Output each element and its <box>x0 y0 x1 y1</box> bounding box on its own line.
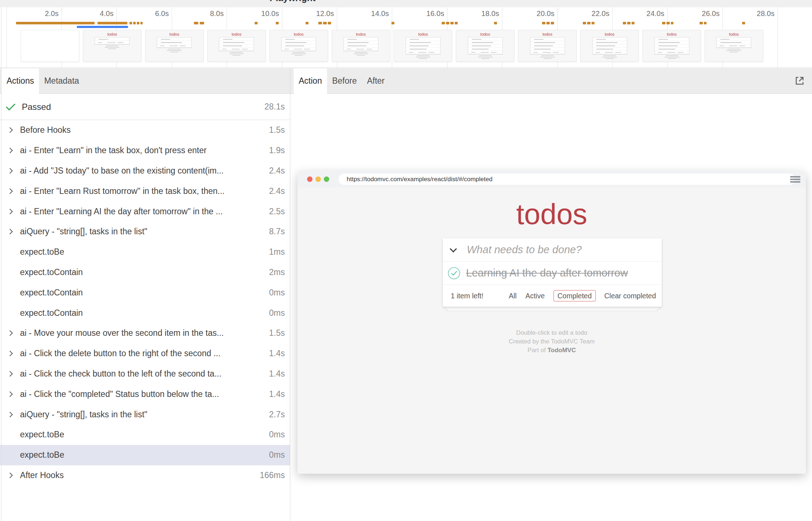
thumbnail-todos-title: todos <box>518 32 576 36</box>
action-row[interactable]: Before Hooks1.5s <box>0 120 290 140</box>
thumbnail-mini-card <box>219 37 254 51</box>
filmstrip-thumbnail[interactable]: todos <box>83 30 142 62</box>
test-status-row[interactable]: Passed 28.1s <box>0 94 290 120</box>
filmstrip-thumbnail[interactable]: todos <box>518 30 577 62</box>
action-duration: 2.5s <box>269 207 285 216</box>
thumbnail-todos-title: todos <box>146 32 203 36</box>
expand-chevron-icon[interactable] <box>7 371 13 377</box>
network-activity-dash <box>627 22 630 24</box>
action-row[interactable]: ai - Enter "Learn" in the task box, don'… <box>0 140 290 161</box>
network-activity-dash <box>130 22 132 24</box>
action-duration: 1.4s <box>269 349 285 358</box>
info-line-1: Double-click to edit a todo <box>298 329 806 337</box>
action-row[interactable]: ai - Move your mouse over the second ite… <box>0 323 290 343</box>
thumbnail-mini-info <box>705 49 763 52</box>
action-row[interactable]: expect.toBe1ms <box>0 242 290 262</box>
timeline-tick-label: 6.0s <box>129 9 169 18</box>
action-row[interactable]: aiQuery - "string[], tasks in the list"8… <box>0 222 290 242</box>
filmstrip-thumbnail[interactable]: todos <box>332 30 390 62</box>
action-row[interactable]: ai - Enter "Learn Rust tomorrow" in the … <box>0 181 290 201</box>
action-row[interactable]: expect.toContain0ms <box>0 282 290 303</box>
thumbnail-mini-card <box>468 37 503 54</box>
network-activity-bar <box>97 22 127 24</box>
filmstrip-thumbnail[interactable]: todos <box>456 30 514 62</box>
action-row[interactable]: expect.toContain0ms <box>0 303 290 323</box>
expand-chevron-icon[interactable] <box>7 188 13 194</box>
filmstrip-thumbnail[interactable]: todos <box>580 30 639 62</box>
action-row[interactable]: After Hooks166ms <box>0 465 290 486</box>
action-row[interactable]: expect.toBe0ms <box>0 445 290 465</box>
filter-all[interactable]: All <box>509 292 517 300</box>
address-bar[interactable]: https://todomvc.com/examples/react/dist/… <box>339 174 795 185</box>
tab-action[interactable]: Action <box>294 68 327 94</box>
thumbnail-todos-title: todos <box>332 32 390 36</box>
action-duration: 2ms <box>269 267 285 277</box>
thumbnail-mini-todo <box>530 48 565 51</box>
network-activity-dash <box>328 22 331 24</box>
expand-chevron-icon[interactable] <box>7 208 13 214</box>
action-label: After Hooks <box>20 470 256 480</box>
browser-menu-icon[interactable] <box>790 176 800 184</box>
traffic-light-close[interactable] <box>307 176 313 182</box>
action-duration: 2.4s <box>269 166 285 176</box>
expand-chevron-icon[interactable] <box>7 127 13 133</box>
expand-chevron-icon[interactable] <box>7 473 13 478</box>
thumbnail-mini-footer <box>282 48 316 51</box>
expand-chevron-icon[interactable] <box>7 330 13 336</box>
expand-chevron-icon[interactable] <box>7 229 13 235</box>
action-row[interactable]: ai - Click the check button to the left … <box>0 364 290 384</box>
action-row[interactable]: expect.toBe0ms <box>0 425 290 445</box>
filter-completed[interactable]: Completed <box>553 290 596 302</box>
thumbnail-mini-todo <box>406 44 440 48</box>
action-label: ai - Enter "Learn" in the task box, don'… <box>20 146 266 155</box>
thumbnail-mini-todo <box>282 41 316 44</box>
toggle-all-chevron-icon[interactable] <box>450 245 457 252</box>
filmstrip-thumbnail[interactable] <box>21 30 79 62</box>
filmstrip-thumbnail[interactable]: todos <box>145 30 204 62</box>
filmstrip-thumbnail[interactable]: todos <box>642 30 701 62</box>
action-row[interactable]: aiQuery - "string[], tasks in the list"2… <box>0 404 290 425</box>
traffic-light-minimize[interactable] <box>315 176 321 182</box>
panel-divider[interactable] <box>290 68 290 521</box>
expand-chevron-icon[interactable] <box>7 351 13 357</box>
network-activity-dash <box>700 22 703 24</box>
thumbnail-mini-todo <box>219 44 254 48</box>
action-row[interactable]: expect.toContain2ms <box>0 262 290 283</box>
filmstrip-thumbnail[interactable]: todos <box>394 30 452 62</box>
filter-active[interactable]: Active <box>525 292 545 300</box>
passed-check-icon <box>6 101 15 111</box>
thumbnail-mini-todo <box>530 41 565 44</box>
new-todo-input[interactable]: What needs to be done? <box>467 244 582 256</box>
network-activity-dash <box>133 22 136 24</box>
timeline[interactable]: 2.0s4.0s6.0s8.0s10.0s12.0s14.0s16.0s18.0… <box>0 7 812 68</box>
todo-complete-check-icon[interactable] <box>447 266 461 280</box>
tab-metadata[interactable]: Metadata <box>39 68 84 94</box>
timeline-tick-label: 2.0s <box>19 9 59 18</box>
action-row[interactable]: ai - Click the delete button to the righ… <box>0 343 290 364</box>
expand-chevron-icon[interactable] <box>7 168 13 174</box>
thumbnail-mini-info <box>394 55 452 59</box>
actions-panel: Passed 28.1s Before Hooks1.5sai - Enter … <box>0 94 290 521</box>
thumbnail-mini-footer <box>530 51 565 54</box>
tab-actions[interactable]: Actions <box>1 68 39 94</box>
network-activity-dash <box>494 22 497 24</box>
filmstrip-thumbnail[interactable]: todos <box>207 30 266 62</box>
open-external-button[interactable] <box>792 73 807 88</box>
clear-completed-button[interactable]: Clear completed <box>604 292 656 300</box>
tab-before[interactable]: Before <box>327 68 362 94</box>
expand-chevron-icon[interactable] <box>7 391 13 397</box>
expand-chevron-icon[interactable] <box>7 411 13 417</box>
filmstrip-thumbnail[interactable]: todos <box>705 30 763 62</box>
filmstrip-thumbnail[interactable]: todos <box>270 30 328 62</box>
timeline-tick-label: 12.0s <box>294 9 334 18</box>
todo-item[interactable]: Learning AI the day after tomorrow <box>443 262 662 285</box>
network-activity-dash <box>140 22 143 24</box>
right-tabbar: ActionBeforeAfter <box>290 68 812 94</box>
expand-chevron-icon[interactable] <box>7 148 13 154</box>
action-row[interactable]: ai - Enter "Learning AI the day after to… <box>0 201 290 222</box>
action-row[interactable]: ai - Click the "completed" Status button… <box>0 384 290 404</box>
traffic-light-zoom[interactable] <box>324 176 329 182</box>
tab-after[interactable]: After <box>362 68 390 94</box>
thumbnail-mini-todo <box>593 44 627 48</box>
action-row[interactable]: ai - Add "JS today" to base on the exist… <box>0 161 290 181</box>
